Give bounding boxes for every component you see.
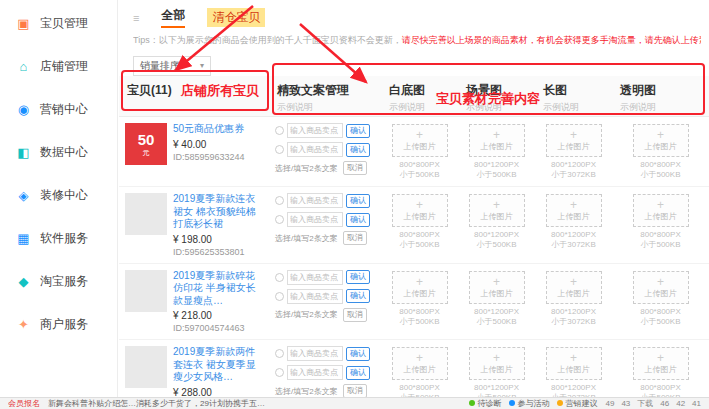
confirm-button[interactable]: 确认 [346, 270, 370, 284]
tab-clearance[interactable]: 清仓宝贝 [207, 8, 265, 27]
column-header-label: 宝贝(11) [127, 83, 172, 97]
upload-image-button[interactable]: +上传图片 [633, 347, 689, 380]
upload-image-button[interactable]: +上传图片 [392, 124, 448, 157]
upload-image-button[interactable]: +上传图片 [633, 124, 689, 157]
copy-input-row: 确认 [275, 212, 375, 227]
tab-all[interactable]: 全部 [161, 7, 185, 28]
upload-image-button[interactable]: +上传图片 [469, 124, 525, 157]
selling-point-input[interactable] [287, 212, 343, 227]
sidebar-item-3[interactable]: ◧数据中心 [0, 131, 117, 174]
radio-button[interactable] [275, 292, 284, 301]
upload-image-button[interactable]: +上传图片 [633, 194, 689, 227]
upload-size: 800*800PX [399, 307, 439, 317]
sidebar-item-6[interactable]: ◆淘宝服务 [0, 260, 117, 303]
upload-size-hint: 800*800PX小于500KB [640, 383, 680, 397]
confirm-button[interactable]: 确认 [346, 143, 370, 157]
upload-image-button[interactable]: +上传图片 [546, 194, 602, 227]
sidebar-item-5[interactable]: ▦软件服务 [0, 217, 117, 260]
product-info: 2019夏季新款碎花仿印花 半身裙女长款显瘦点…¥ 218.00ID:59700… [173, 270, 263, 334]
confirm-button[interactable]: 确认 [346, 124, 370, 138]
sort-select[interactable]: 销量排序 ▾ [133, 56, 211, 76]
sidebar-item-label: 装修中心 [40, 187, 88, 204]
confirm-button[interactable]: 确认 [346, 194, 370, 208]
column-header-1: 精致文案管理示例说明 [269, 76, 381, 120]
status-dot-icon [557, 400, 563, 406]
product-title-link[interactable]: 50元商品优惠券 [173, 123, 245, 136]
plus-icon: + [493, 129, 500, 141]
status-dot-icon [509, 400, 515, 406]
cancel-button[interactable]: 取消 [343, 231, 367, 245]
upload-limit: 小于3072KB [551, 240, 596, 250]
sidebar-item-2[interactable]: ◉营销中心 [0, 88, 117, 131]
product-title-link[interactable]: 2019夏季新款连衣裙女 棉衣预貌纯棉打底衫长裙 [173, 193, 263, 231]
cancel-button[interactable]: 取消 [343, 161, 367, 175]
bottom-bar-link[interactable]: 会员报名 [8, 398, 40, 409]
product-title-link[interactable]: 2019夏季新款两件套连衣 裙女夏季显瘦少女风格… [173, 346, 263, 384]
upload-label: 上传图片 [404, 288, 436, 299]
sidebar-item-1[interactable]: ⌂店铺管理 [0, 45, 117, 88]
radio-button[interactable] [275, 368, 284, 377]
copy-cell: 确认确认选择/填写2条文案取消 [269, 117, 381, 186]
selling-point-input[interactable] [287, 346, 343, 361]
selling-point-input[interactable] [287, 193, 343, 208]
sidebar-item-7[interactable]: ✦商户服务 [0, 303, 117, 346]
radio-button[interactable] [275, 126, 284, 135]
bottom-bar-counter[interactable]: 下载 [637, 398, 653, 409]
plus-icon: + [657, 276, 664, 288]
sidebar-item-4[interactable]: ◈装修中心 [0, 174, 117, 217]
upload-image-button[interactable]: +上传图片 [633, 271, 689, 304]
selling-point-input[interactable] [287, 289, 343, 304]
product-cell: 2019夏季新款两件套连衣 裙女夏季显瘦少女风格…¥ 288.00ID:5950… [119, 340, 269, 397]
upload-size-hint: 800*1200PX小于3072KB [551, 307, 596, 327]
upload-cell-3: +上传图片800*800PX小于500KB [612, 187, 709, 263]
column-header-2: 白底图示例说明 [381, 76, 458, 120]
upload-image-button[interactable]: +上传图片 [392, 347, 448, 380]
upload-image-button[interactable]: +上传图片 [469, 194, 525, 227]
bottom-bar-counter[interactable]: 43 [621, 399, 630, 408]
copy-note-row: 选择/填写2条文案取消 [275, 161, 375, 175]
bottom-bar-counter[interactable]: 41 [692, 399, 701, 408]
upload-image-button[interactable]: +上传图片 [469, 347, 525, 380]
radio-button[interactable] [275, 273, 284, 282]
collapse-icon[interactable]: ≡ [133, 12, 139, 24]
radio-button[interactable] [275, 196, 284, 205]
cancel-button[interactable]: 取消 [343, 384, 367, 397]
confirm-button[interactable]: 确认 [346, 289, 370, 303]
upload-cell-0: +上传图片800*800PX小于500KB [381, 117, 458, 186]
selling-point-input[interactable] [287, 365, 343, 380]
cancel-button[interactable]: 取消 [343, 308, 367, 322]
product-title-link[interactable]: 2019夏季新款碎花仿印花 半身裙女长款显瘦点… [173, 270, 263, 308]
upload-image-button[interactable]: +上传图片 [392, 194, 448, 227]
bottom-bar-status-item[interactable]: 参与活动 [509, 398, 549, 409]
upload-image-button[interactable]: +上传图片 [546, 271, 602, 304]
upload-image-button[interactable]: +上传图片 [546, 347, 602, 380]
table-row: 2019夏季新款碎花仿印花 半身裙女长款显瘦点…¥ 218.00ID:59700… [119, 264, 709, 341]
radio-button[interactable] [275, 215, 284, 224]
upload-size: 800*1200PX [474, 230, 519, 240]
sidebar-item-label: 商户服务 [40, 316, 88, 333]
upload-image-button[interactable]: +上传图片 [392, 271, 448, 304]
sidebar-item-0[interactable]: ▣宝贝管理 [0, 2, 117, 45]
bottom-bar-link[interactable]: 新舞会科普补贴介绍怎…消耗多少干货了，29计划协携手五… [48, 398, 265, 409]
selling-point-input[interactable] [287, 123, 343, 138]
confirm-button[interactable]: 确认 [346, 213, 370, 227]
upload-image-button[interactable]: +上传图片 [469, 271, 525, 304]
copy-note-label: 选择/填写2条文案 [275, 309, 338, 320]
bottom-bar-status-item[interactable]: 待诊断 [469, 398, 501, 409]
selling-point-input[interactable] [287, 270, 343, 285]
table-row: 50元50元商品优惠券¥ 40.00ID:585959633244确认确认选择/… [119, 117, 709, 187]
radio-button[interactable] [275, 349, 284, 358]
confirm-button[interactable]: 确认 [346, 366, 370, 380]
radio-button[interactable] [275, 145, 284, 154]
bottom-bar-counter[interactable]: 49 [605, 399, 614, 408]
selling-point-input[interactable] [287, 142, 343, 157]
bottom-bar-status-item[interactable]: 营销建议 [557, 398, 597, 409]
bottom-bar-counter[interactable]: 42 [676, 399, 685, 408]
plus-icon: + [493, 276, 500, 288]
plus-icon: + [416, 276, 423, 288]
bottom-bar-counter[interactable]: 46 [660, 399, 669, 408]
upload-limit: 小于500KB [474, 240, 519, 250]
upload-image-button[interactable]: +上传图片 [546, 124, 602, 157]
confirm-button[interactable]: 确认 [346, 347, 370, 361]
upload-size: 800*800PX [399, 383, 439, 393]
